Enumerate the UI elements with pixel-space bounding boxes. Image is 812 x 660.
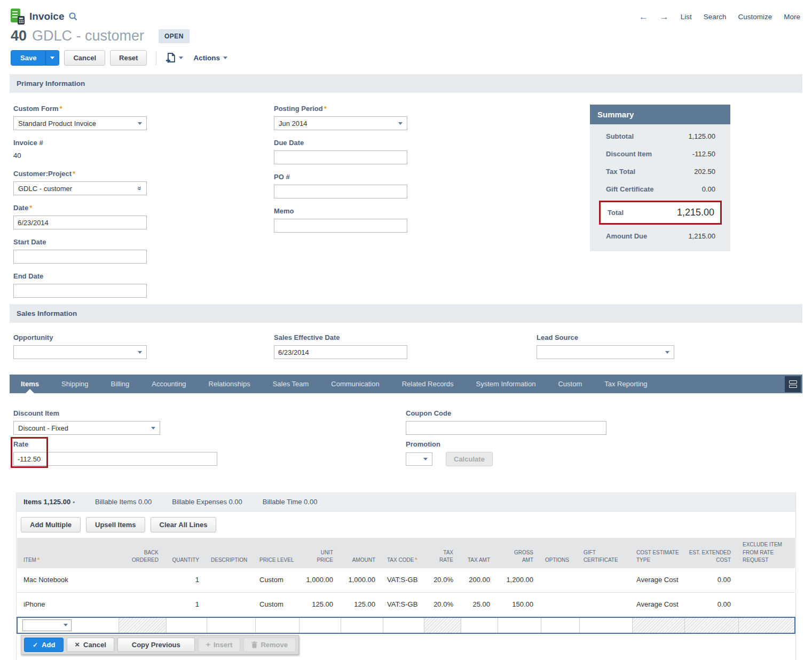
customer-project-select[interactable]: GDLC - customer <box>13 181 147 195</box>
cell-tax-code[interactable]: VAT:S-GB <box>383 593 424 617</box>
tab-tax-reporting[interactable]: Tax Reporting <box>593 375 658 393</box>
entry-item-select[interactable] <box>22 619 72 631</box>
cell-options[interactable] <box>541 593 579 617</box>
save-button[interactable]: Save <box>11 50 59 66</box>
clear-all-lines-button[interactable]: Clear All Lines <box>151 517 217 532</box>
cell-quantity[interactable]: 1 <box>166 593 207 617</box>
col-description: DESCRIPTION <box>207 538 255 568</box>
insert-line-button[interactable]: Insert <box>198 638 241 652</box>
end-date-field[interactable] <box>13 284 147 298</box>
subtab-items[interactable]: Items 1,125.00• <box>23 498 75 506</box>
coupon-code-field[interactable] <box>406 421 606 435</box>
cell-tax-amt[interactable]: 200.00 <box>461 568 498 593</box>
tab-shipping[interactable]: Shipping <box>50 375 100 393</box>
date-field[interactable] <box>13 216 147 229</box>
subtab-billable-time[interactable]: Billable Time 0.00 <box>263 498 318 506</box>
tab-accounting[interactable]: Accounting <box>140 375 197 393</box>
entry-gift-certificate-cell[interactable] <box>579 617 632 633</box>
start-date-field[interactable] <box>13 250 147 264</box>
entry-amount-cell[interactable] <box>341 617 383 633</box>
nav-list[interactable]: List <box>681 13 692 21</box>
cancel-line-button[interactable]: Cancel <box>67 638 114 652</box>
entry-tax-amt-cell[interactable] <box>461 617 498 633</box>
memo-field[interactable] <box>274 219 407 233</box>
promotion-select[interactable] <box>406 452 432 466</box>
opportunity-select[interactable] <box>13 345 147 359</box>
posting-period-select[interactable]: Jun 2014 <box>274 116 407 130</box>
cell-amount[interactable]: 125.00 <box>341 593 383 617</box>
upsell-items-button[interactable]: Upsell Items <box>86 517 145 532</box>
tab-communication[interactable]: Communication <box>320 375 390 393</box>
entry-gross-amt-cell[interactable] <box>498 617 541 633</box>
cell-unit-price[interactable]: 125.00 <box>299 593 341 617</box>
cell-unit-price[interactable]: 1,000.00 <box>299 568 341 593</box>
actions-menu-button[interactable]: Actions <box>193 54 227 62</box>
reset-button[interactable]: Reset <box>110 50 147 66</box>
po-number-field[interactable] <box>274 185 407 198</box>
add-record-menu-button[interactable] <box>165 52 183 63</box>
tab-custom[interactable]: Custom <box>547 375 593 393</box>
cell-exclude-item[interactable] <box>738 568 795 593</box>
tab-relationships[interactable]: Relationships <box>198 375 262 393</box>
cell-price-level[interactable]: Custom <box>255 593 299 617</box>
due-date-field[interactable] <box>274 150 407 164</box>
entry-unit-price-cell[interactable] <box>299 617 341 633</box>
forward-arrow-icon[interactable] <box>660 12 669 21</box>
subtab-billable-expenses[interactable]: Billable Expenses 0.00 <box>172 498 242 506</box>
entry-price-level-cell[interactable] <box>255 617 299 633</box>
back-arrow-icon[interactable] <box>639 12 648 21</box>
cell-item[interactable]: Mac Notebook <box>17 568 119 593</box>
cell-gift-certificate[interactable] <box>579 568 632 593</box>
cell-amount[interactable]: 1,000.00 <box>341 568 383 593</box>
custom-form-select[interactable]: Standard Product Invoice <box>13 116 147 130</box>
save-dropdown-arrow[interactable] <box>45 51 59 65</box>
cell-quantity[interactable]: 1 <box>166 568 207 593</box>
tab-related-records[interactable]: Related Records <box>391 375 465 393</box>
discount-item-select[interactable]: Discount - Fixed <box>13 421 160 435</box>
nav-customize[interactable]: Customize <box>738 13 772 21</box>
cell-cost-estimate-type[interactable]: Average Cost <box>632 568 684 593</box>
add-line-button[interactable]: Add <box>24 638 64 652</box>
entry-tax-code-cell[interactable] <box>383 617 424 633</box>
cell-back-ordered[interactable] <box>119 593 166 617</box>
nav-search[interactable]: Search <box>704 13 727 21</box>
cell-cost-estimate-type[interactable]: Average Cost <box>632 593 684 617</box>
cell-tax-rate[interactable]: 20.0% <box>424 568 461 593</box>
add-multiple-button[interactable]: Add Multiple <box>21 517 81 532</box>
cell-description[interactable] <box>207 568 255 593</box>
nav-more[interactable]: More <box>784 13 800 21</box>
cell-price-level[interactable]: Custom <box>255 568 299 593</box>
search-icon[interactable] <box>69 12 77 21</box>
tab-system-information[interactable]: System Information <box>464 375 547 393</box>
remove-line-button[interactable]: Remove <box>243 638 296 652</box>
cell-gross-amt[interactable]: 150.00 <box>498 593 541 617</box>
calculate-button[interactable]: Calculate <box>446 452 493 466</box>
sales-effective-date-field[interactable] <box>274 345 407 359</box>
required-mark: * <box>73 170 75 178</box>
cell-description[interactable] <box>207 593 255 617</box>
cell-tax-rate[interactable]: 20.0% <box>424 593 461 617</box>
cell-options[interactable] <box>541 568 579 593</box>
rate-field[interactable] <box>13 452 217 466</box>
cancel-button[interactable]: Cancel <box>64 50 105 66</box>
tab-billing[interactable]: Billing <box>100 375 141 393</box>
tab-items[interactable]: Items <box>10 375 50 393</box>
cell-gross-amt[interactable]: 1,200.00 <box>498 568 541 593</box>
entry-quantity-cell[interactable] <box>166 617 207 633</box>
cell-est-extended-cost[interactable]: 0.00 <box>684 593 738 617</box>
entry-description-cell[interactable] <box>207 617 255 633</box>
cell-gift-certificate[interactable] <box>579 593 632 617</box>
entry-options-cell[interactable] <box>541 617 579 633</box>
cell-back-ordered[interactable] <box>119 568 166 593</box>
lead-source-select[interactable] <box>537 345 674 359</box>
copy-previous-button[interactable]: Copy Previous <box>117 638 195 652</box>
cell-exclude-item[interactable] <box>738 593 795 617</box>
cell-tax-amt[interactable]: 25.00 <box>461 593 498 617</box>
rows-view-toggle-icon[interactable] <box>785 376 801 392</box>
subtab-billable-items[interactable]: Billable Items 0.00 <box>95 498 152 506</box>
cell-item[interactable]: iPhone <box>17 593 119 617</box>
cell-est-extended-cost[interactable]: 0.00 <box>684 568 738 593</box>
tab-sales-team[interactable]: Sales Team <box>262 375 320 393</box>
cell-tax-code[interactable]: VAT:S-GB <box>383 568 424 593</box>
chevron-down-icon <box>398 122 403 125</box>
